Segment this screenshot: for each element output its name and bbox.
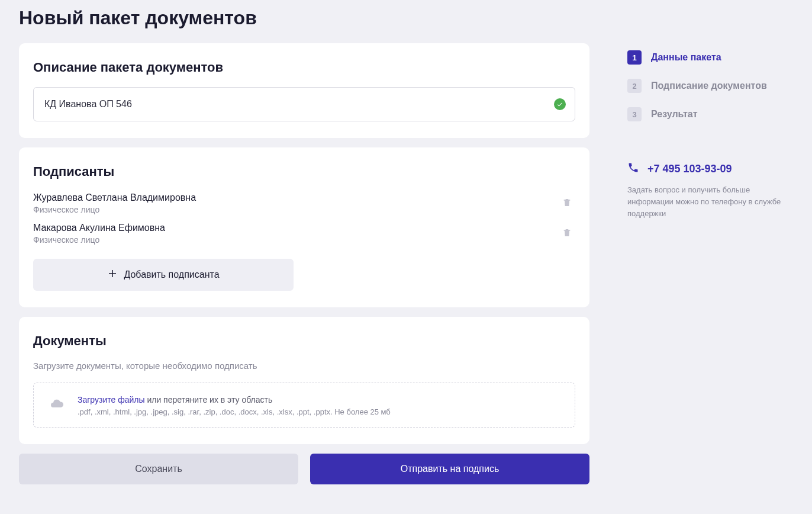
signer-name: Журавлева Светлана Владимировна <box>33 192 196 203</box>
signers-card: Подписанты Журавлева Светлана Владимиров… <box>19 147 589 307</box>
trash-icon <box>562 227 572 240</box>
page-title: Новый пакет документов <box>0 0 812 43</box>
file-dropzone[interactable]: Загрузите файлы или перетяните их в эту … <box>33 383 575 428</box>
trash-icon <box>562 197 572 210</box>
signer-row: Макарова Акулина Ефимовна Физическое лиц… <box>33 221 575 254</box>
support-text: Задать вопрос и получить больше информац… <box>627 184 793 220</box>
documents-subtitle: Загрузите документы, которые необходимо … <box>33 361 575 371</box>
step-label: Подписание документов <box>651 81 767 91</box>
step-2[interactable]: 2 Подписание документов <box>627 72 793 100</box>
step-label: Данные пакета <box>651 52 721 63</box>
add-signer-button[interactable]: Добавить подписанта <box>33 259 294 291</box>
check-icon <box>554 98 566 110</box>
upload-link[interactable]: Загрузите файлы <box>78 395 145 404</box>
plus-icon <box>107 268 118 281</box>
phone-icon <box>627 162 639 176</box>
step-number-badge: 2 <box>627 79 642 93</box>
cloud-upload-icon <box>48 397 66 413</box>
signer-type: Физическое лицо <box>33 235 165 245</box>
upload-hint: .pdf, .xml, .html, .jpg, .jpeg, .sig, .r… <box>78 407 391 416</box>
step-1[interactable]: 1 Данные пакета <box>627 43 793 72</box>
support-phone-number: +7 495 103-93-09 <box>647 163 732 175</box>
step-3[interactable]: 3 Результат <box>627 100 793 128</box>
delete-signer-button[interactable] <box>559 195 575 212</box>
signers-title: Подписанты <box>33 164 575 179</box>
delete-signer-button[interactable] <box>559 226 575 242</box>
description-card: Описание пакета документов <box>19 43 589 138</box>
upload-rest-text: или перетяните их в эту область <box>145 395 273 404</box>
add-signer-label: Добавить подписанта <box>124 269 219 280</box>
signer-row: Журавлева Светлана Владимировна Физическ… <box>33 191 575 221</box>
stepper: 1 Данные пакета 2 Подписание документов … <box>627 43 793 128</box>
description-title: Описание пакета документов <box>33 60 575 75</box>
signer-type: Физическое лицо <box>33 205 196 214</box>
description-input[interactable] <box>33 87 575 121</box>
documents-card: Документы Загрузите документы, которые н… <box>19 317 589 444</box>
step-number-badge: 1 <box>627 50 642 65</box>
save-button[interactable]: Сохранить <box>19 454 298 484</box>
documents-title: Документы <box>33 333 575 349</box>
signer-name: Макарова Акулина Ефимовна <box>33 223 165 233</box>
step-number-badge: 3 <box>627 107 642 121</box>
support-phone[interactable]: +7 495 103-93-09 <box>627 162 793 176</box>
submit-button[interactable]: Отправить на подпись <box>310 454 589 484</box>
step-label: Результат <box>651 109 698 120</box>
